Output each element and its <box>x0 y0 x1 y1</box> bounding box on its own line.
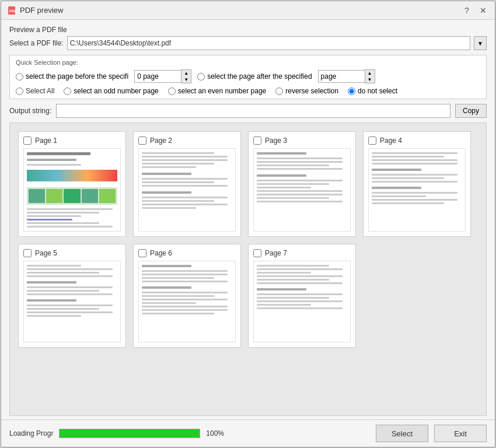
even-page-radio[interactable] <box>168 88 176 95</box>
select-all-label: Select All <box>26 87 54 95</box>
reverse-group: reverse selection <box>275 87 338 95</box>
quick-selection-section: Quick Selection page: select the page be… <box>9 55 487 99</box>
after-page-radio[interactable] <box>197 73 205 80</box>
even-page-label: select an even number page <box>178 87 266 95</box>
progress-percent: 100% <box>206 429 224 438</box>
do-not-select-label: do not select <box>358 87 397 95</box>
file-selection-row: Select a PDF file: ▼ <box>9 36 487 50</box>
pdf-preview-dialog: PDF PDF preview ? ✕ Preview a PDF file S… <box>1 1 495 447</box>
before-page-up-btn[interactable]: ▲ <box>181 70 191 76</box>
page-7-content <box>253 261 351 342</box>
before-page-spinner: ▲ ▼ <box>134 69 191 83</box>
before-page-group: select the page before the specifi <box>16 72 128 80</box>
page-5-label: Page 5 <box>35 249 57 257</box>
page-1-content <box>23 148 121 232</box>
page-thumb-3: Page 3 <box>248 131 356 237</box>
page-4-checkbox[interactable] <box>368 136 376 145</box>
main-content: Preview a PDF file Select a PDF file: ▼ … <box>1 20 495 419</box>
preview-label: Preview a PDF file <box>9 26 487 34</box>
pages-container[interactable]: Page 1 <box>9 123 487 416</box>
output-label: Output string: <box>9 107 51 115</box>
page-thumb-5: Page 5 <box>18 244 126 348</box>
page-5-content <box>23 261 121 342</box>
copy-button[interactable]: Copy <box>455 104 487 118</box>
dialog-title: PDF preview <box>20 6 63 15</box>
page-1-header: Page 1 <box>23 136 121 145</box>
after-page-label: select the page after the specified <box>207 72 312 80</box>
progress-bar-fill <box>60 429 200 438</box>
page-3-checkbox[interactable] <box>253 136 261 145</box>
page-3-label: Page 3 <box>265 136 287 145</box>
page-4-content <box>368 148 466 232</box>
page-7-checkbox[interactable] <box>253 249 261 257</box>
exit-button[interactable]: Exit <box>434 425 487 442</box>
before-page-radio[interactable] <box>16 73 23 80</box>
page-5-header: Page 5 <box>23 249 121 257</box>
page-2-content <box>138 148 236 232</box>
page-1-label: Page 1 <box>35 136 57 145</box>
before-page-label: select the page before the specifi <box>26 72 128 80</box>
page-4-label: Page 4 <box>380 136 402 145</box>
bottom-bar: Loading Progr 100% Select Exit <box>1 419 495 447</box>
output-input[interactable] <box>56 104 450 118</box>
page-3-content <box>253 148 351 232</box>
after-page-group: select the page after the specified <box>197 72 312 80</box>
page-6-header: Page 6 <box>138 249 236 257</box>
title-bar: PDF PDF preview ? ✕ <box>1 1 495 20</box>
page-1-checkbox[interactable] <box>23 136 32 145</box>
file-path-input[interactable] <box>67 36 470 50</box>
after-page-up-btn[interactable]: ▲ <box>365 70 375 76</box>
quick-row1: select the page before the specifi ▲ ▼ s… <box>16 69 480 83</box>
title-bar-left: PDF PDF preview <box>7 6 63 15</box>
progress-bar-background <box>59 429 200 438</box>
page-2-label: Page 2 <box>150 136 172 145</box>
even-page-group: select an even number page <box>168 87 266 95</box>
select-all-radio[interactable] <box>16 88 23 95</box>
reverse-radio[interactable] <box>275 88 283 95</box>
page-6-checkbox[interactable] <box>138 249 146 257</box>
loading-label: Loading Progr <box>9 429 53 438</box>
file-dropdown-button[interactable]: ▼ <box>474 36 487 50</box>
page-4-header: Page 4 <box>368 136 466 145</box>
pages-grid: Page 1 <box>10 123 486 356</box>
title-bar-right: ? ✕ <box>461 5 489 16</box>
do-not-select-radio[interactable] <box>348 88 355 95</box>
page-7-label: Page 7 <box>265 249 287 257</box>
quick-row2: Select All select an odd number page sel… <box>16 87 480 95</box>
before-page-down-btn[interactable]: ▼ <box>181 76 191 83</box>
page-3-header: Page 3 <box>253 136 351 145</box>
page-thumb-7: Page 7 <box>248 244 356 348</box>
page-5-checkbox[interactable] <box>23 249 32 257</box>
odd-page-label: select an odd number page <box>74 87 158 95</box>
svg-text:PDF: PDF <box>9 9 16 13</box>
reverse-label: reverse selection <box>285 87 338 95</box>
odd-page-group: select an odd number page <box>64 87 158 95</box>
output-row: Output string: Copy <box>9 104 487 118</box>
page-2-checkbox[interactable] <box>138 136 146 145</box>
after-page-input[interactable] <box>318 70 365 83</box>
page-2-header: Page 2 <box>138 136 236 145</box>
close-button[interactable]: ✕ <box>477 5 489 16</box>
page-6-label: Page 6 <box>150 249 172 257</box>
select-button[interactable]: Select <box>376 425 428 442</box>
after-page-down-btn[interactable]: ▼ <box>365 76 375 83</box>
page-thumb-1: Page 1 <box>18 131 126 237</box>
pdf-icon: PDF <box>7 6 16 15</box>
page-6-content <box>138 261 236 342</box>
file-label: Select a PDF file: <box>9 39 64 47</box>
help-button[interactable]: ? <box>461 5 473 16</box>
page-thumb-6: Page 6 <box>133 244 241 348</box>
quick-selection-title: Quick Selection page: <box>16 59 480 66</box>
odd-page-radio[interactable] <box>64 88 71 95</box>
page-thumb-4: Page 4 <box>363 131 471 237</box>
before-page-input[interactable] <box>134 70 181 83</box>
do-not-select-group: do not select <box>348 87 397 95</box>
after-page-spinner: ▲ ▼ <box>318 69 375 83</box>
page-thumb-2: Page 2 <box>133 131 241 237</box>
before-page-spinner-btns: ▲ ▼ <box>181 69 191 83</box>
select-all-group: Select All <box>16 87 54 95</box>
page-7-header: Page 7 <box>253 249 351 257</box>
after-page-spinner-btns: ▲ ▼ <box>365 69 375 83</box>
